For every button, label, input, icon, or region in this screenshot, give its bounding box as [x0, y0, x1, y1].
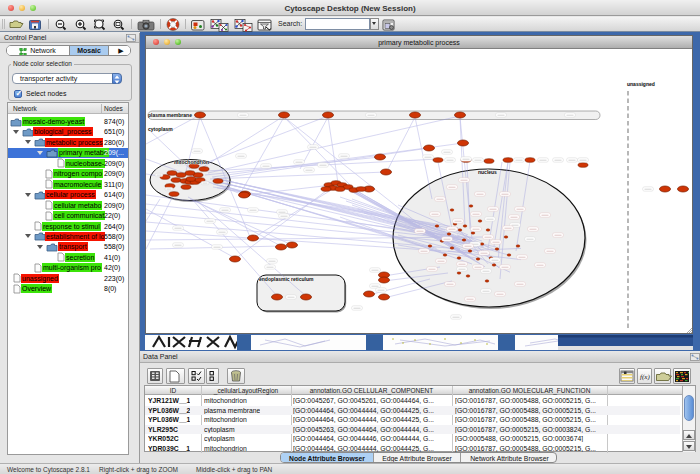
svg-text:plasma membrane: plasma membrane — [148, 112, 192, 118]
svg-text:cytoplasm: cytoplasm — [148, 126, 173, 132]
svg-text:unassigned: unassigned — [627, 81, 655, 87]
svg-text:mitochondrion: mitochondrion — [174, 159, 209, 165]
svg-text:nucleus: nucleus — [478, 169, 497, 175]
svg-text:f(x): f(x) — [640, 373, 650, 381]
svg-text:endoplasmic reticulum: endoplasmic reticulum — [259, 276, 314, 282]
